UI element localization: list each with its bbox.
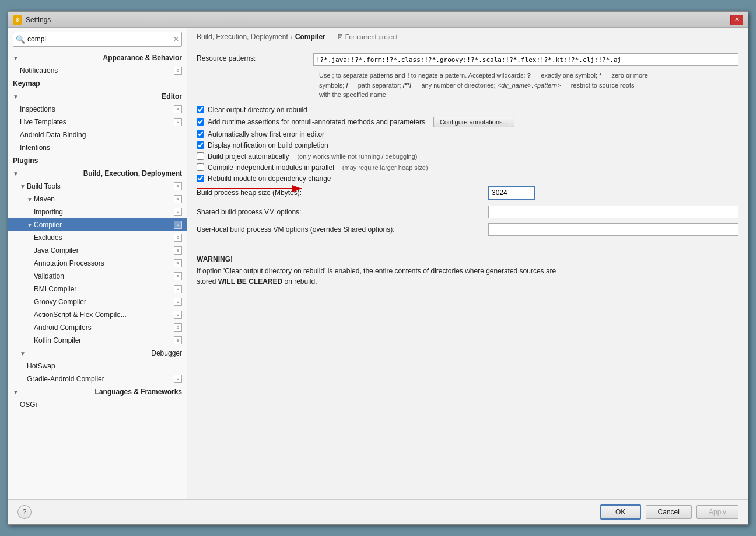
breadcrumb-part1: Build, Execution, Deployment [197, 33, 288, 41]
clear-output-checkbox[interactable] [197, 106, 204, 113]
sidebar-item-label: Languages & Frameworks [95, 388, 182, 396]
resource-patterns-input[interactable] [313, 53, 738, 66]
expand-icon: ▼ [27, 222, 33, 228]
page-icon: ≡ [174, 208, 182, 216]
page-icon: ≡ [174, 272, 182, 280]
configure-annotations-button[interactable]: Configure annotations... [433, 117, 514, 127]
sidebar-item-live-templates[interactable]: Live Templates ≡ [8, 116, 187, 128]
sidebar-item-label: Java Compiler [34, 246, 79, 255]
settings-tree: ▼ Appearance & Behavior Notifications ≡ … [8, 50, 187, 499]
user-vm-options-row: User-local build process VM options (ove… [197, 223, 738, 236]
breadcrumb: Build, Execution, Deployment › Compiler … [187, 28, 748, 46]
page-icon: ≡ [174, 246, 182, 255]
help-button[interactable]: ? [18, 505, 32, 519]
rebuild-dependency-row: Rebuild module on dependency change [197, 175, 738, 183]
user-vm-input[interactable] [488, 223, 738, 236]
warning-title: WARNING! [197, 255, 738, 263]
sidebar-item-importing[interactable]: Importing ≡ [8, 206, 187, 218]
sidebar-item-gradle-android[interactable]: Gradle-Android Compiler ≡ [8, 373, 187, 385]
page-icon: ≡ [174, 336, 182, 344]
sidebar-item-intentions[interactable]: Intentions [8, 141, 187, 154]
page-icon: ≡ [174, 182, 182, 190]
sidebar-item-notifications[interactable]: Notifications ≡ [8, 64, 187, 77]
compile-parallel-checkbox[interactable] [197, 163, 204, 171]
page-icon: ≡ [174, 221, 182, 229]
app-icon: ⚙ [13, 15, 22, 25]
expand-icon: ▼ [20, 350, 26, 357]
sidebar-item-label: Gradle-Android Compiler [27, 375, 104, 383]
sidebar-item-android-compilers[interactable]: Android Compilers ≡ [8, 321, 187, 334]
sidebar-item-label: Android Compilers [34, 323, 92, 332]
sidebar-item-label: RMI Compiler [34, 285, 76, 293]
warning-text: If option 'Clear output directory on reb… [197, 266, 738, 287]
sidebar-item-label: Build Tools [27, 182, 61, 190]
sidebar-item-hotswap[interactable]: HotSwap [8, 360, 187, 373]
sidebar-item-label: Importing [34, 208, 63, 216]
auto-show-error-row: Automatically show first error in editor [197, 130, 738, 138]
search-clear-icon[interactable]: ✕ [173, 35, 179, 43]
sidebar-item-kotlin-compiler[interactable]: Kotlin Compiler ≡ [8, 334, 187, 347]
sidebar-item-maven[interactable]: ▼ Maven ≡ [8, 193, 187, 206]
heap-size-input[interactable] [488, 186, 535, 200]
sidebar-item-build-tools[interactable]: ▼ Build Tools ≡ [8, 180, 187, 193]
sidebar-item-build-execution[interactable]: ▼ Build, Execution, Deployment [8, 167, 187, 180]
sidebar-item-actionscript[interactable]: ActionScript & Flex Compile... ≡ [8, 308, 187, 321]
sidebar-item-rmi-compiler[interactable]: RMI Compiler ≡ [8, 283, 187, 295]
sidebar-item-osgi[interactable]: OSGi [8, 398, 187, 411]
sidebar-item-languages[interactable]: ▼ Languages & Frameworks [8, 385, 187, 398]
sidebar-item-compiler[interactable]: ▼ Compiler ≡ [8, 218, 187, 231]
cancel-button[interactable]: Cancel [646, 505, 692, 519]
expand-icon: ▼ [13, 93, 19, 100]
dialog-footer: ? OK Cancel Apply [8, 499, 748, 524]
sidebar-item-validation[interactable]: Validation ≡ [8, 270, 187, 283]
sidebar-item-label: Plugins [13, 156, 38, 165]
build-automatically-checkbox[interactable] [197, 152, 204, 160]
sidebar-item-label: Annotation Processors [34, 259, 104, 267]
auto-show-error-checkbox[interactable] [197, 130, 204, 138]
display-notification-checkbox[interactable] [197, 141, 204, 149]
sidebar-item-label: Kotlin Compiler [34, 336, 81, 344]
user-vm-label: User-local build process VM options (ove… [197, 225, 488, 234]
sidebar-item-editor[interactable]: ▼ Editor [8, 90, 187, 103]
expand-icon: ▼ [27, 196, 33, 203]
page-icon: ≡ [174, 323, 182, 332]
page-icon: ≡ [174, 118, 182, 126]
compiler-settings-content: Resource patterns: Use ; to separate pat… [187, 46, 748, 499]
sidebar-item-label: Validation [34, 272, 64, 280]
breadcrumb-part2: Compiler [295, 33, 326, 41]
sidebar-item-plugins[interactable]: Plugins [8, 154, 187, 167]
display-notification-row: Display notification on build completion [197, 141, 738, 149]
sidebar-item-label: Editor [162, 92, 182, 100]
close-button[interactable]: ✕ [730, 15, 743, 25]
page-icon: ≡ [174, 67, 182, 75]
apply-button[interactable]: Apply [696, 505, 738, 519]
sidebar-item-java-compiler[interactable]: Java Compiler ≡ [8, 244, 187, 257]
sidebar-item-label: Maven [34, 195, 55, 203]
project-label: For current project [345, 33, 398, 40]
sidebar-item-label: Build, Execution, Deployment [83, 169, 182, 177]
resource-patterns-row: Resource patterns: [197, 53, 738, 66]
shared-vm-input[interactable] [488, 206, 738, 218]
shared-vm-options-row: Shared build process VM options: [197, 206, 738, 218]
sidebar-item-keymap[interactable]: Keymap [8, 77, 187, 90]
sidebar-item-groovy-compiler[interactable]: Groovy Compiler ≡ [8, 295, 187, 308]
sidebar-item-inspections[interactable]: Inspections ≡ [8, 103, 187, 116]
add-assertions-checkbox[interactable] [197, 118, 204, 126]
left-panel: 🔍 ✕ ▼ Appearance & Behavior Notification… [8, 28, 187, 499]
breadcrumb-project: 🖹 For current project [337, 33, 398, 40]
sidebar-item-debugger[interactable]: ▼ Debugger [8, 347, 187, 360]
sidebar-item-annotation-processors[interactable]: Annotation Processors ≡ [8, 257, 187, 270]
dialog-body: 🔍 ✕ ▼ Appearance & Behavior Notification… [8, 28, 748, 499]
ok-button[interactable]: OK [600, 504, 641, 520]
sidebar-item-label: Android Data Binding [20, 131, 86, 139]
search-icon: 🔍 [16, 35, 25, 44]
search-input[interactable] [27, 35, 173, 43]
sidebar-item-appearance[interactable]: ▼ Appearance & Behavior [8, 51, 187, 64]
title-bar: ⚙ Settings ✕ [8, 12, 748, 28]
settings-dialog: ⚙ Settings ✕ 🔍 ✕ ▼ Appearance & Behavior… [8, 11, 748, 525]
sidebar-item-android-data-binding[interactable]: Android Data Binding [8, 128, 187, 141]
rebuild-dependency-checkbox[interactable] [197, 175, 204, 182]
page-icon: ≡ [174, 298, 182, 306]
sidebar-item-excludes[interactable]: Excludes ≡ [8, 231, 187, 244]
search-box: 🔍 ✕ [13, 32, 182, 47]
